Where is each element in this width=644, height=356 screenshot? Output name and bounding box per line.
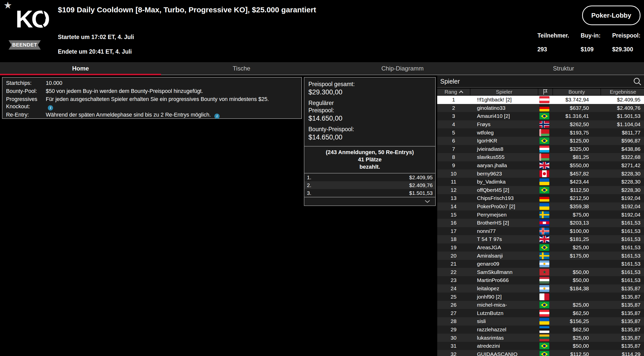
player-row[interactable]: 24 leitalopez $184,38 $135,87 [437,284,644,293]
stat-column: Preispool: $29.300 [612,32,640,53]
tab-chip-diagramm[interactable]: Chip-Diagramm [322,62,483,75]
player-row[interactable]: 3 Amauri410 [2] $1.316,41 $1.501,53 [437,112,644,120]
player-country-flag [539,121,549,128]
tab-tische[interactable]: Tische [161,62,322,75]
player-rank: 28 [437,318,470,324]
player-country-flag [539,301,549,308]
player-rank: 6 [437,138,470,144]
player-row[interactable]: 13 ChipsFrisch193 $212,50 $192,04 [437,194,644,202]
player-row[interactable]: 27 LutznButzn $62,50 $135,87 [437,309,644,317]
player-result: $1.104,04 [599,121,643,127]
player-row[interactable]: 25 jonhf90 [2] $135,87 [437,293,644,301]
player-row[interactable]: 10 berny9623 $457,82 $228,30 [437,169,644,178]
chevron-down-icon[interactable] [425,200,430,203]
column-header-bounty[interactable]: Bounty [553,89,600,95]
info-icon[interactable]: i [48,105,53,111]
player-result: $228,30 [599,171,643,177]
player-result: $135,87 [599,294,643,300]
stat-value: $109 [581,46,600,53]
player-rank: 19 [437,244,470,251]
player-bounty: $637,50 [551,105,599,111]
favorite-star-icon[interactable]: ★ [4,1,12,10]
info-icon[interactable]: i [214,114,220,119]
player-row[interactable]: 9 aaryan.jhalla $550,00 $271,42 [437,161,644,170]
stat-column: Teilnehmer. 293 [537,32,569,53]
player-name: aaryan.jhalla [470,162,537,168]
player-country-flag [539,178,549,185]
player-rank: 29 [437,327,470,333]
player-row[interactable]: 19 AreasJGA $25,00 $161,53 [437,243,644,252]
player-row[interactable]: 30 lukasrimtas $25,00 $135,87 [437,334,644,342]
player-bounty: $203,13 [551,220,599,226]
info-row-text: 10.000 [46,80,62,86]
player-row[interactable]: 18 T 54 T 97s $181,25 $161,53 [437,235,644,243]
player-country-flag [539,252,549,259]
players-table-body: 1 !!f1ghtback! [2] $3.742,94 $2.409,95 2… [437,96,644,356]
player-row[interactable]: 20 Amiralsanji $175,00 $161,53 [437,252,644,260]
player-row[interactable]: 12 offQbert45 [2] $112,50 $228,30 [437,186,644,194]
player-rank: 32 [437,351,470,356]
player-row[interactable]: 15 Perrymejsen $75,00 $192,04 [437,210,644,219]
poker-lobby-button[interactable]: Poker-Lobby [582,6,640,25]
column-header-spieler[interactable]: Spieler [470,89,538,95]
player-row[interactable]: 8 slavikus555 $81,25 $322,68 [437,153,644,161]
player-rank: 2 [437,105,470,111]
player-name: berny9623 [470,171,537,177]
player-row[interactable]: 4 Frøys $262,50 $1.104,04 [437,120,644,129]
player-row[interactable]: 11 by_Vadimka $423,44 $228,30 [437,178,644,186]
player-row[interactable]: 23 MartinPro666 $50,00 $161,53 [437,276,644,284]
search-icon[interactable] [633,77,642,86]
player-row[interactable]: 28 sisli $156,25 $135,87 [437,317,644,326]
player-row[interactable]: 21 genaro09 $161,53 [437,260,644,268]
player-row[interactable]: 26 michel-mica- $25,00 $135,87 [437,301,644,309]
player-row[interactable]: 16 BrotherHS [2] $203,13 $161,53 [437,219,644,227]
player-result: $811,77 [599,130,643,136]
player-country-flag [539,137,549,144]
player-bounty: $25,00 [551,335,599,341]
player-row[interactable]: 31 atredezini $50,00 $135,87 [437,342,644,350]
player-row[interactable]: 29 razzlehazzel $62,50 $135,87 [437,326,644,334]
player-result: $596,87 [599,138,643,144]
player-bounty: $25,00 [551,302,599,308]
player-result: $192,04 [599,203,643,209]
player-row[interactable]: 7 jvieiradias8 $325,00 $438,86 [437,145,644,153]
info-row-label: Startchips: [6,80,44,87]
column-header-ergebnisse[interactable]: Ergebnisse [601,89,644,95]
flag-outline-icon [543,89,548,95]
tab-struktur[interactable]: Struktur [483,62,644,75]
player-name: offQbert45 [2] [470,187,537,193]
pool-label: Regulärer Preispool: [308,99,431,114]
column-header-flag[interactable] [538,89,552,95]
player-name: slavikus555 [470,154,537,160]
player-row[interactable]: 2 ginolatino33 $637,50 $2.409,76 [437,104,644,112]
player-name: AreasJGA [470,244,537,251]
info-row-value: 10.000i [46,80,270,87]
tab-home[interactable]: Home [0,62,161,75]
player-country-flag [539,244,549,251]
pool-group: Preispool gesamt: $29.300,00 [308,81,431,96]
player-bounty: $325,00 [551,146,599,152]
info-row-label: Re-Entry: [6,111,44,119]
player-result: $228,30 [599,179,643,185]
player-row[interactable]: 1 !!f1ghtback! [2] $3.742,94 $2.409,95 [437,96,644,104]
player-row[interactable]: 14 PokerPro0o7 [2] $359,38 $192,04 [437,202,644,211]
player-rank: 23 [437,277,470,283]
prize-list-expander [304,197,435,205]
column-header-bounty-label: Bounty [569,89,585,95]
player-row[interactable]: 22 SamSkullmann $50,00 $161,53 [437,268,644,276]
player-row[interactable]: 5 wtfoleg $193,75 $811,77 [437,128,644,137]
prize-place: 1. [307,174,311,181]
player-rank: 9 [437,162,470,168]
info-row-value: Während der späten Anmeldephase sind bis… [46,111,270,119]
pool-summary: Preispool gesamt: $29.300,00 Regulärer P… [304,78,435,146]
player-bounty: $212,50 [551,195,599,201]
player-row[interactable]: 32 GUIDAASCANIO $112,50 $114,29 [437,350,644,356]
info-row-text: Für jeden ausgeschalteten Spieler erhalt… [46,96,269,102]
player-row[interactable]: 17 nonni77 $100,00 $161,53 [437,227,644,235]
end-time: Endete um 20:41 ET, 4. Juli [58,48,132,55]
player-row[interactable]: 6 IgorHKR $125,00 $596,87 [437,137,644,145]
prize-row: 3. $1.501,53 [304,189,435,197]
column-header-rang[interactable]: Rang [437,89,470,95]
paid-line: bezahlt. [304,163,435,170]
player-country-flag [539,154,549,161]
